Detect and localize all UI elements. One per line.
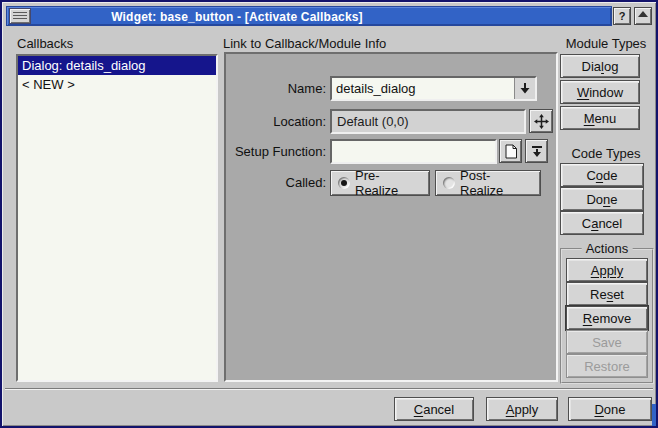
btn-label-post: pply: [514, 402, 538, 417]
setup-function-input[interactable]: [330, 139, 497, 164]
chevron-down-icon: [518, 82, 532, 95]
down-arrow-from-bar-icon: [530, 145, 544, 158]
btn-label-post: e: [610, 192, 617, 207]
code-type-code-button[interactable]: Code: [560, 163, 644, 187]
btn-label-pre: Restore: [584, 359, 630, 374]
btn-label-key: R: [583, 311, 592, 326]
action-restore-button: Restore: [566, 354, 648, 378]
callbacks-list: Dialog: details_dialog < NEW >: [16, 54, 218, 382]
help-button[interactable]: ?: [613, 7, 631, 25]
btn-label-key: n: [603, 192, 610, 207]
action-remove-button[interactable]: Remove: [566, 306, 648, 330]
grab-function-button[interactable]: [525, 139, 548, 163]
btn-label-key: C: [414, 402, 423, 417]
btn-label-key: a: [591, 216, 598, 231]
code-types-header: Code Types: [558, 146, 654, 161]
btn-label-post: indow: [589, 85, 623, 100]
list-item-new[interactable]: < NEW >: [18, 75, 216, 94]
name-combobox: [330, 76, 537, 101]
radio-selected-icon: [338, 177, 350, 189]
btn-label-pre: C: [582, 216, 591, 231]
radio-label: Pre-Realize: [355, 168, 422, 198]
radio-pre-realize[interactable]: Pre-Realize: [330, 170, 430, 196]
btn-label-pre: Dia: [582, 59, 602, 74]
radio-unselected-icon: [443, 177, 455, 189]
location-label: Location:: [226, 109, 326, 134]
window-title: Widget: base_button - [Activate Callback…: [7, 10, 467, 24]
btn-label-key: o: [596, 168, 603, 183]
code-type-cancel-button[interactable]: Cancel: [560, 211, 644, 235]
name-label: Name:: [226, 76, 326, 101]
code-type-done-button[interactable]: Done: [560, 187, 644, 211]
btn-label-key: Apply: [591, 263, 624, 278]
btn-label-post: ancel: [423, 402, 454, 417]
module-types-header: Module Types: [558, 36, 654, 51]
cancel-button[interactable]: Cancel: [394, 397, 474, 421]
document-icon: [504, 144, 518, 159]
titlebar[interactable]: Widget: base_button - [Activate Callback…: [6, 6, 612, 26]
action-apply-button[interactable]: Apply: [566, 258, 648, 282]
maximize-button[interactable]: [634, 7, 652, 25]
btn-label-pre: Save: [592, 335, 622, 350]
bottom-separator: [5, 388, 653, 390]
action-reset-button[interactable]: Reset: [566, 282, 648, 306]
btn-label-pre: Do: [586, 192, 603, 207]
list-item-details-dialog[interactable]: Dialog: details_dialog: [18, 56, 216, 75]
btn-label-post: et: [613, 287, 624, 302]
btn-label-pre: C: [586, 168, 595, 183]
location-picker-button[interactable]: [529, 109, 553, 133]
action-save-button: Save: [566, 330, 648, 354]
btn-label-post: emove: [592, 311, 631, 326]
callbacks-header: Callbacks: [17, 36, 73, 51]
apply-button[interactable]: Apply: [486, 397, 558, 421]
module-type-menu-button[interactable]: Menu: [560, 106, 640, 130]
resize-corner[interactable]: [652, 404, 656, 426]
link-info-header: Link to Callback/Module Info: [223, 36, 386, 51]
radio-label: Post-Realize: [460, 168, 533, 198]
callback-info-panel: Name: Location: Default (0,0) Setup Func…: [224, 52, 558, 382]
btn-label-key: W: [577, 85, 589, 100]
actions-group: Actions Apply Reset Remove Save Restore: [560, 248, 654, 384]
btn-label-post: enu: [595, 111, 617, 126]
btn-label-post: ncel: [598, 216, 622, 231]
done-button[interactable]: Done: [568, 397, 652, 421]
called-label: Called:: [226, 170, 326, 195]
actions-group-title: Actions: [582, 241, 633, 256]
btn-label-key: A: [506, 402, 515, 417]
radio-post-realize[interactable]: Post-Realize: [435, 170, 541, 196]
btn-label-post: de: [603, 168, 617, 183]
btn-label-pre: Re: [590, 287, 607, 302]
dialog-window: Widget: base_button - [Activate Callback…: [0, 0, 658, 428]
new-function-button[interactable]: [499, 139, 522, 163]
btn-label-key: D: [594, 402, 603, 417]
name-dropdown-button[interactable]: [514, 78, 535, 99]
btn-label-post: one: [604, 402, 626, 417]
module-type-window-button[interactable]: Window: [560, 80, 640, 104]
btn-label-post: og: [604, 59, 618, 74]
module-type-dialog-button[interactable]: Dialog: [560, 54, 640, 78]
name-input[interactable]: [332, 78, 514, 99]
setup-function-label: Setup Function:: [226, 139, 326, 164]
move-arrows-icon: [534, 114, 549, 129]
maximize-icon: [638, 11, 648, 17]
btn-label-key: M: [584, 111, 595, 126]
location-field: Default (0,0): [330, 109, 526, 134]
